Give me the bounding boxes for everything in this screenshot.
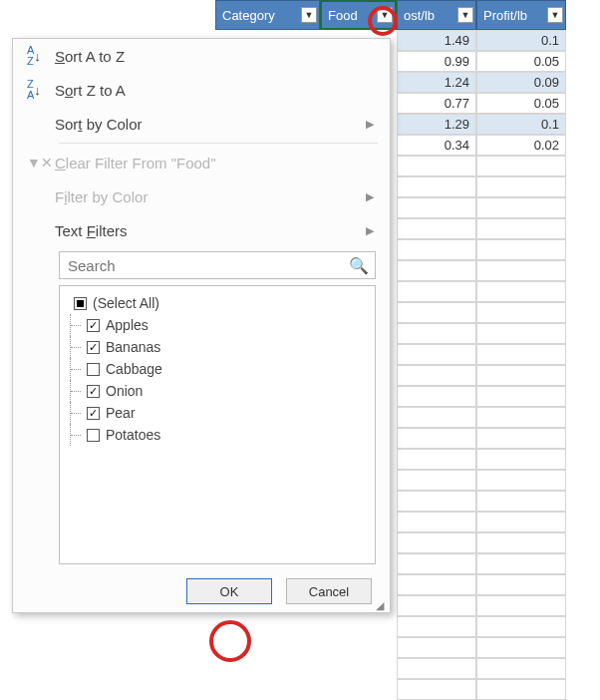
checkbox[interactable] — [87, 429, 100, 442]
cost-cell[interactable]: 0.99 — [397, 51, 476, 72]
empty-cell[interactable] — [476, 407, 566, 428]
empty-cell[interactable] — [476, 679, 566, 700]
empty-cell[interactable] — [476, 197, 566, 218]
checkbox[interactable] — [87, 341, 100, 354]
filter-value-item[interactable]: Pear — [70, 402, 371, 424]
empty-cell[interactable] — [476, 260, 566, 281]
empty-cell[interactable] — [476, 574, 566, 595]
empty-cell[interactable] — [397, 218, 476, 239]
empty-cell[interactable] — [476, 637, 566, 658]
filter-dropdown-icon[interactable]: ▼ — [377, 7, 393, 23]
empty-cell[interactable] — [476, 491, 566, 512]
empty-cell[interactable] — [397, 574, 476, 595]
resize-grip-icon[interactable]: ◢ — [376, 599, 386, 609]
empty-cell[interactable] — [476, 532, 566, 553]
empty-cell[interactable] — [397, 239, 476, 260]
profit-cell[interactable]: 0.1 — [476, 114, 566, 135]
sort-a-to-z[interactable]: AZ↓ Sort A to Z — [13, 39, 390, 73]
profit-cell[interactable]: 0.05 — [476, 93, 566, 114]
ok-button[interactable]: OK — [186, 578, 272, 604]
filter-value-item[interactable]: Bananas — [70, 336, 371, 358]
empty-cell[interactable] — [476, 365, 566, 386]
filter-dropdown-icon[interactable]: ▼ — [457, 7, 473, 23]
empty-cell[interactable] — [476, 512, 566, 532]
profit-cell[interactable]: 0.02 — [476, 135, 566, 156]
empty-cell[interactable] — [397, 658, 476, 679]
clear-filter: ▼✕ Clear Filter From "Food" — [13, 146, 390, 179]
empty-cell[interactable] — [476, 616, 566, 637]
empty-cell[interactable] — [397, 595, 476, 616]
filter-dropdown-icon[interactable]: ▼ — [301, 7, 317, 23]
empty-cell[interactable] — [397, 679, 476, 700]
empty-cell[interactable] — [397, 407, 476, 428]
cost-cell[interactable]: 1.29 — [397, 114, 476, 135]
filter-value-item[interactable]: Onion — [70, 380, 371, 402]
empty-cell[interactable] — [397, 302, 476, 323]
cost-cell[interactable]: 1.49 — [397, 30, 476, 51]
autofilter-menu: AZ↓ Sort A to Z ZA↓ Sort Z to A Sort by … — [12, 38, 391, 613]
cost-cell[interactable]: 0.34 — [397, 135, 476, 156]
empty-cell[interactable] — [476, 156, 566, 176]
empty-cell[interactable] — [476, 176, 566, 197]
empty-cell[interactable] — [476, 218, 566, 239]
profit-cell[interactable]: 0.1 — [476, 30, 566, 51]
empty-cell[interactable] — [397, 512, 476, 532]
checkbox[interactable] — [87, 363, 100, 376]
empty-cell[interactable] — [476, 323, 566, 344]
sort-az-icon: AZ↓ — [27, 45, 55, 67]
empty-cell[interactable] — [397, 156, 476, 176]
empty-cell[interactable] — [397, 449, 476, 470]
header-profit[interactable]: Profit/lb ▼ — [476, 0, 566, 30]
empty-cell[interactable] — [476, 553, 566, 574]
empty-cell[interactable] — [397, 470, 476, 491]
empty-cell[interactable] — [397, 553, 476, 574]
profit-cell[interactable]: 0.09 — [476, 72, 566, 93]
cancel-button[interactable]: Cancel — [286, 578, 372, 604]
empty-cell[interactable] — [397, 365, 476, 386]
filter-search-box[interactable]: 🔍 — [59, 251, 376, 279]
empty-cell[interactable] — [397, 428, 476, 449]
header-food[interactable]: Food ▼ — [320, 0, 397, 30]
checkbox[interactable] — [87, 319, 100, 332]
empty-cell[interactable] — [476, 470, 566, 491]
checkbox[interactable] — [87, 385, 100, 398]
filter-dropdown-icon[interactable]: ▼ — [547, 7, 563, 23]
empty-cell[interactable] — [397, 532, 476, 553]
header-cost[interactable]: ost/lb ▼ — [397, 0, 476, 30]
empty-cell[interactable] — [397, 281, 476, 302]
cost-cell[interactable]: 1.24 — [397, 72, 476, 93]
empty-cell[interactable] — [476, 386, 566, 407]
cost-cell[interactable]: 0.77 — [397, 93, 476, 114]
empty-cell[interactable] — [476, 449, 566, 470]
empty-cell[interactable] — [476, 658, 566, 679]
empty-cell[interactable] — [476, 595, 566, 616]
filter-value-item[interactable]: Apples — [70, 314, 371, 336]
profit-cell[interactable]: 0.05 — [476, 51, 566, 72]
checkbox[interactable] — [87, 407, 100, 420]
filter-value-item[interactable]: (Select All) — [70, 292, 371, 314]
empty-cell[interactable] — [397, 637, 476, 658]
checkbox[interactable] — [74, 297, 87, 310]
empty-cell[interactable] — [476, 302, 566, 323]
empty-cell[interactable] — [476, 344, 566, 365]
sort-z-to-a[interactable]: ZA↓ Sort Z to A — [13, 73, 390, 107]
empty-cell[interactable] — [397, 616, 476, 637]
empty-cell[interactable] — [397, 176, 476, 197]
empty-cell[interactable] — [397, 197, 476, 218]
filter-value-item[interactable]: Potatoes — [70, 424, 371, 446]
empty-cell[interactable] — [476, 281, 566, 302]
text-filters[interactable]: Text Filters ▶ — [13, 213, 390, 247]
empty-cell[interactable] — [397, 323, 476, 344]
empty-cell[interactable] — [476, 428, 566, 449]
empty-cell[interactable] — [397, 344, 476, 365]
empty-cell[interactable] — [397, 386, 476, 407]
search-icon[interactable]: 🔍 — [349, 256, 369, 275]
sort-by-color[interactable]: Sort by Color ▶ — [13, 107, 390, 141]
filter-values-list[interactable]: (Select All)ApplesBananasCabbageOnionPea… — [59, 285, 376, 564]
header-category[interactable]: Category ▼ — [215, 0, 320, 30]
empty-cell[interactable] — [397, 491, 476, 512]
empty-cell[interactable] — [476, 239, 566, 260]
search-input[interactable] — [66, 256, 349, 275]
filter-value-item[interactable]: Cabbage — [70, 358, 371, 380]
empty-cell[interactable] — [397, 260, 476, 281]
